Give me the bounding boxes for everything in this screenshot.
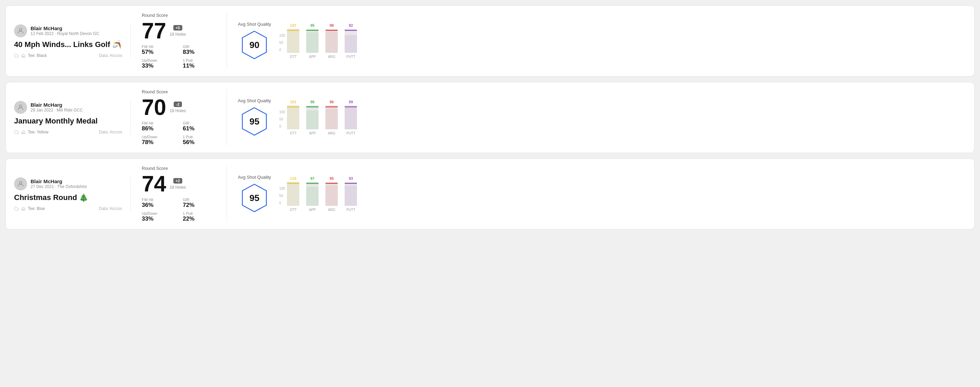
- bar-value: 86: [310, 100, 314, 104]
- tee-label: Tee: Yellow: [28, 130, 48, 135]
- gir-value: 72%: [183, 202, 216, 209]
- bar-fill: [306, 187, 318, 206]
- bar-group: 87 APP: [306, 176, 318, 212]
- bar-group: 98 ARG: [325, 23, 338, 59]
- bar-line: [325, 183, 338, 184]
- score-number: 77: [142, 20, 166, 42]
- bar-value: 96: [329, 100, 334, 104]
- bar-group: 110 OTT: [287, 176, 299, 212]
- bar-chart-section: 100 50 0 107 OTT 95 APP: [279, 23, 966, 59]
- bar-line: [306, 183, 318, 184]
- bar-wrapper: [287, 105, 299, 129]
- bar-fill: [325, 185, 338, 206]
- tee-row: Tee: Yellow Data: Arccos: [14, 130, 122, 135]
- round-title: Christmas Round 🎄: [14, 193, 122, 202]
- bar-fill: [345, 186, 357, 206]
- left-section: Blair McHarg 27 Dec 2021 · The Oxfordshi…: [14, 178, 131, 211]
- user-date: 29 Jan 2022 · Mill Ride GCC: [30, 108, 83, 113]
- hexagon-container: 90: [239, 30, 270, 60]
- bar-group: 86 APP: [306, 100, 318, 135]
- y-label-0: 0: [279, 48, 285, 52]
- bar-label: OTT: [290, 208, 297, 212]
- fw-hit-label: FW Hit: [142, 121, 175, 125]
- bar-wrapper: [306, 182, 318, 206]
- bar-wrapper: [306, 105, 318, 129]
- one-putt-value: 56%: [183, 139, 216, 146]
- avg-sq-label: Avg Shot Quality: [238, 22, 271, 27]
- round-score-label: Round Score: [142, 13, 216, 18]
- bar-value: 95: [329, 176, 334, 181]
- user-row: Blair McHarg 27 Dec 2021 · The Oxfordshi…: [14, 178, 122, 190]
- one-putt-value: 11%: [183, 62, 216, 69]
- one-putt-stat: 1 Putt 11%: [183, 58, 216, 69]
- score-badge: +5 18 Holes: [170, 25, 186, 37]
- y-label-0: 0: [279, 125, 285, 128]
- fw-hit-stat: FW Hit 57%: [142, 44, 175, 56]
- bar-group: 107 OTT: [287, 23, 299, 59]
- one-putt-stat: 1 Putt 22%: [183, 211, 216, 222]
- tee-info: Tee: Blue: [14, 206, 45, 211]
- bar-group: 95 ARG: [325, 176, 338, 212]
- score-row: 77 +5 18 Holes: [142, 20, 216, 42]
- weather-icon: [14, 130, 19, 135]
- fw-hit-value: 36%: [142, 202, 175, 209]
- bar-wrapper: [325, 182, 338, 206]
- updown-value: 33%: [142, 216, 175, 222]
- one-putt-stat: 1 Putt 56%: [183, 135, 216, 146]
- score-badge: -2 18 Holes: [170, 102, 186, 113]
- tee-label: Tee: Blue: [28, 206, 45, 211]
- bar-label: ARG: [328, 208, 336, 212]
- avatar: [14, 24, 27, 37]
- gir-stat: GIR 61%: [183, 121, 216, 132]
- bar-wrapper: [345, 182, 357, 206]
- bar-wrapper: [345, 29, 357, 53]
- bar-label: ARG: [328, 132, 336, 135]
- fw-hit-label: FW Hit: [142, 44, 175, 49]
- score-badge-pill: +2: [173, 178, 183, 184]
- holes-label: 18 Holes: [170, 185, 186, 190]
- bar-chart-section: 100 50 0 110 OTT 87 APP: [279, 176, 966, 212]
- bar-group: 101 OTT: [287, 100, 299, 135]
- round-card: Blair McHarg 27 Dec 2021 · The Oxfordshi…: [5, 159, 975, 230]
- hex-score: 95: [250, 116, 259, 127]
- bar-fill: [325, 32, 338, 53]
- score-badge: +2 18 Holes: [170, 178, 186, 190]
- bar-fill: [345, 108, 357, 129]
- bar-wrapper: [325, 105, 338, 129]
- bar-group: 96 ARG: [325, 100, 338, 135]
- score-badge-pill: -2: [174, 102, 182, 107]
- y-label-50: 50: [279, 118, 285, 121]
- right-section: Avg Shot Quality 90 100 50 0 107: [227, 22, 966, 60]
- gir-stat: GIR 83%: [183, 44, 216, 56]
- bar-fill: [306, 32, 318, 53]
- updown-label: Up/Down: [142, 135, 175, 139]
- avg-sq-label: Avg Shot Quality: [238, 174, 271, 180]
- bar-wrapper: [287, 182, 299, 206]
- gir-stat: GIR 72%: [183, 198, 216, 209]
- y-label-100: 100: [279, 111, 285, 114]
- hex-score: 95: [250, 193, 259, 203]
- stats-grid: FW Hit 57% GIR 83% Up/Down 33% 1 Putt 11…: [142, 44, 216, 69]
- bag-icon: [21, 53, 26, 58]
- chart-wrapper: 100 50 0 107 OTT 95 APP: [279, 23, 966, 59]
- bars-area: 110 OTT 87 APP 95: [287, 176, 357, 212]
- y-axis: 100 50 0: [279, 111, 285, 135]
- bar-fill: [287, 30, 299, 53]
- bar-label: OTT: [290, 55, 297, 59]
- bar-value: 93: [349, 176, 353, 181]
- bag-icon: [21, 130, 26, 135]
- bar-line: [325, 30, 338, 31]
- updown-stat: Up/Down 33%: [142, 211, 175, 222]
- bar-wrapper: [345, 105, 357, 129]
- gir-label: GIR: [183, 121, 216, 125]
- bar-wrapper: [325, 29, 338, 53]
- data-source: Data: Arccos: [99, 130, 122, 135]
- chart-wrapper: 100 50 0 101 OTT 86 APP: [279, 100, 966, 135]
- bar-value: 95: [310, 23, 314, 27]
- bar-line: [306, 30, 318, 31]
- user-name: Blair McHarg: [30, 25, 99, 31]
- weather-icon: [14, 206, 19, 211]
- tee-label: Tee: Black: [28, 53, 47, 58]
- round-score-label: Round Score: [142, 166, 216, 171]
- svg-point-0: [19, 28, 22, 30]
